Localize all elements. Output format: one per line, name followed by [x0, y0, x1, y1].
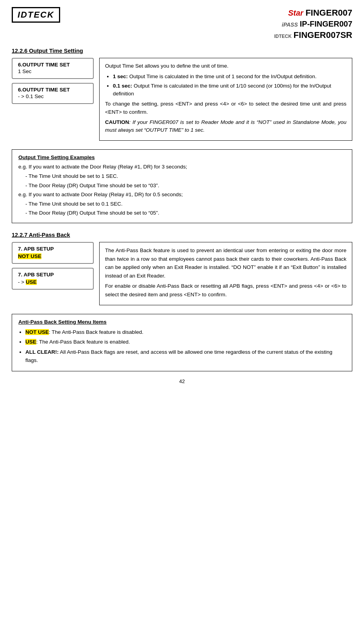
item2-text: : The Anti-Pass Back feature is enabled. — [36, 339, 130, 345]
apb-menu-item1: NOT USE: The Anti-Pass Back feature is d… — [25, 328, 346, 337]
change-text: To change the setting, press <ENT> and p… — [105, 100, 346, 116]
item2-highlight: USE — [25, 339, 36, 345]
apb-content: 7. APB SETUP NOT USE 7. APB SETUP - > US… — [12, 242, 352, 305]
lcd1-line1: 6.OUTPUT TIME SET — [18, 62, 87, 68]
examples-box: Output Time Setting Examples e.g. If you… — [12, 149, 352, 223]
lcd-box-2: 6.OUTPUT TIME SET - > 0.1 Sec — [12, 83, 94, 104]
ex-line2: - The Time Unit should be set to 1 SEC. — [18, 172, 346, 181]
apb-lcd1-line1: 7. APB SETUP — [18, 246, 87, 252]
apb-lcd2-line1: 7. APB SETUP — [18, 272, 87, 278]
ex-line4: e.g. If you want to activate Door Relay … — [18, 190, 346, 199]
ex-line6: - The Door Relay (DR) Output Time should… — [18, 209, 346, 217]
product2: IP-FINGER007 — [300, 20, 352, 28]
apb-menu-item3: ALL CLEAR!: All Anti-Pass Back flags are… — [25, 348, 346, 365]
apb-menu-item2: USE: The Anti-Pass Back feature is enabl… — [25, 338, 346, 346]
apb-para2: For enable or disable Anti-Pass Back or … — [105, 282, 346, 299]
page: IDTECK Star FINGER007 iPASS IP-FINGER007… — [0, 0, 364, 618]
apb-section: 12.2.7 Anti-Pass Back 7. APB SETUP NOT U… — [12, 232, 352, 305]
ex-line5: - The Time Unit should be set to 0.1 SEC… — [18, 200, 346, 208]
not-use-label: NOT USE — [18, 253, 41, 259]
caution-rest: : If your FINGER007 is set to Reader Mod… — [105, 119, 346, 133]
item1-highlight: NOT USE — [25, 329, 49, 335]
apb-lcd-boxes: 7. APB SETUP NOT USE 7. APB SETUP - > US… — [12, 242, 94, 290]
lcd-box-1: 6.OUTPUT TIME SET 1 Sec — [12, 58, 94, 79]
bullet1-text: Output Time is calculated in the time un… — [129, 73, 317, 79]
apb-lcd2-prefix: - > — [18, 279, 26, 285]
product-names: Star FINGER007 iPASS IP-FINGER007 IDTECK… — [274, 7, 352, 41]
caution-bold: CAUTION — [105, 119, 129, 125]
apb-menu-list: NOT USE: The Anti-Pass Back feature is d… — [25, 328, 346, 365]
item3-text: All Anti-Pass Back flags are reset, and … — [25, 349, 332, 364]
apb-menu-title: Anti-Pass Back Setting Menu Items — [18, 319, 346, 325]
desc-bullets: 1 sec: Output Time is calculated in the … — [113, 73, 346, 98]
product-line3: IDTECK FINGER007SR — [274, 29, 352, 41]
item1-text: : The Anti-Pass Back feature is disabled… — [49, 329, 143, 335]
bullet2-text: Output Time is calculated in the time un… — [113, 83, 331, 97]
lcd2-line1: 6.OUTPUT TIME SET — [18, 87, 87, 93]
apb-settings-box: Anti-Pass Back Setting Menu Items NOT US… — [12, 314, 352, 371]
apb-lcd1-line2: NOT USE — [18, 253, 87, 259]
header: IDTECK Star FINGER007 iPASS IP-FINGER007… — [12, 7, 352, 41]
product-line1: Star FINGER007 — [274, 7, 352, 19]
examples-title: Output Time Setting Examples — [18, 154, 346, 160]
apb-lcd2-line2: - > USE — [18, 279, 87, 285]
output-time-section: 12.2.6 Output Time Setting 6.OUTPUT TIME… — [12, 48, 352, 141]
product3: FINGER007SR — [294, 30, 352, 40]
caution-text: CAUTION: If your FINGER007 is set to Rea… — [105, 118, 346, 134]
product1: FINGER007 — [305, 8, 352, 18]
apb-desc-box: The Anti-Pass Back feature is used to pr… — [99, 242, 352, 305]
bullet2: 0.1 sec: Output Time is calculated in th… — [113, 82, 346, 98]
bullet2-bold: 0.1 sec: — [113, 83, 132, 89]
page-number: 42 — [12, 378, 352, 384]
brand3: IDTECK — [274, 34, 292, 39]
apb-lcd-box-1: 7. APB SETUP NOT USE — [12, 242, 94, 264]
lcd2-line2: - > 0.1 Sec — [18, 93, 87, 99]
use-label: USE — [26, 279, 37, 285]
lcd-boxes: 6.OUTPUT TIME SET 1 Sec 6.OUTPUT TIME SE… — [12, 58, 94, 104]
bullet1: 1 sec: Output Time is calculated in the … — [113, 73, 346, 81]
product-line2: iPASS IP-FINGER007 — [274, 19, 352, 29]
logo: IDTECK — [12, 7, 60, 23]
bullet1-bold: 1 sec: — [113, 73, 128, 79]
output-time-desc: Output Time Set allows you to define the… — [99, 58, 352, 141]
apb-para1: The Anti-Pass Back feature is used to pr… — [105, 246, 346, 280]
apb-lcd-box-2: 7. APB SETUP - > USE — [12, 268, 94, 290]
section2-title: 12.2.7 Anti-Pass Back — [12, 232, 352, 238]
item3-bold: ALL CLEAR!: — [25, 349, 59, 355]
output-time-content: 6.OUTPUT TIME SET 1 Sec 6.OUTPUT TIME SE… — [12, 58, 352, 141]
ex-line1: e.g. If you want to activate the Door Re… — [18, 163, 346, 171]
desc-intro: Output Time Set allows you to define the… — [105, 62, 346, 70]
brand1: Star — [288, 9, 303, 17]
lcd1-line2: 1 Sec — [18, 68, 87, 74]
section1-title: 12.2.6 Output Time Setting — [12, 48, 352, 54]
ex-line3: - The Door Relay (DR) Output Time should… — [18, 181, 346, 190]
brand2: iPASS — [282, 21, 298, 28]
